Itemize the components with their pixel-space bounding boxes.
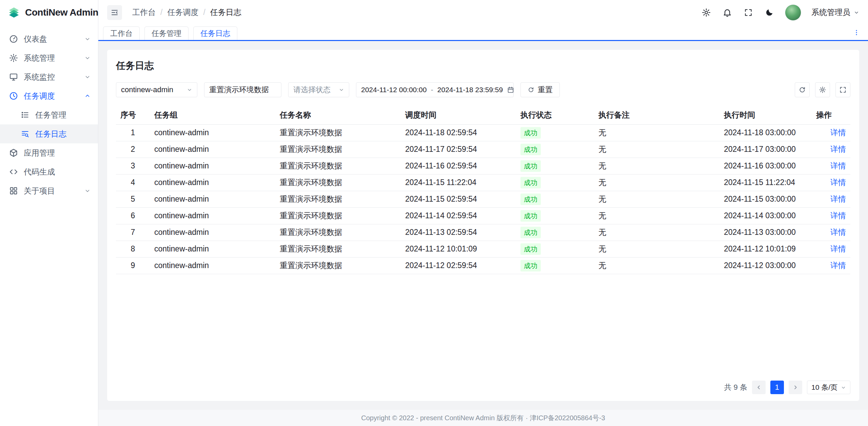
status-badge: 成功 bbox=[520, 177, 541, 188]
gear-icon bbox=[9, 53, 18, 63]
breadcrumb-item-current: 任务日志 bbox=[210, 7, 241, 18]
cell-exec-time: 2024-11-13 03:00:00 bbox=[719, 224, 812, 241]
cell-group: continew-admin bbox=[150, 174, 275, 191]
dark-mode-moon-icon[interactable] bbox=[764, 7, 775, 18]
chevron-up-icon bbox=[84, 93, 91, 99]
status-select[interactable]: 请选择状态 bbox=[288, 82, 349, 97]
cell-group: continew-admin bbox=[150, 158, 275, 174]
cell-status: 成功 bbox=[516, 141, 594, 158]
sidebar-item-system-management[interactable]: 系统管理 bbox=[0, 48, 98, 67]
sidebar-item-about-project[interactable]: 关于项目 bbox=[0, 181, 98, 200]
logo-icon bbox=[7, 6, 20, 19]
date-range-start: 2024-11-12 00:00:00 bbox=[361, 86, 427, 94]
table-row: 5 continew-admin 重置演示环境数据 2024-11-15 02:… bbox=[116, 191, 850, 207]
detail-link[interactable]: 详情 bbox=[830, 178, 846, 187]
refresh-table-button[interactable] bbox=[795, 82, 810, 97]
cell-actions: 详情 bbox=[812, 207, 850, 224]
task-log-card: 任务日志 continew-admin 请选择状态 bbox=[107, 50, 859, 401]
column-settings-button[interactable] bbox=[815, 82, 830, 97]
detail-link[interactable]: 详情 bbox=[830, 195, 846, 203]
cell-name: 重置演示环境数据 bbox=[275, 158, 401, 174]
job-group-select[interactable]: continew-admin bbox=[116, 82, 197, 97]
sidebar-item-label: 系统管理 bbox=[24, 53, 55, 63]
detail-link[interactable]: 详情 bbox=[830, 261, 846, 270]
table-row: 6 continew-admin 重置演示环境数据 2024-11-14 02:… bbox=[116, 207, 850, 224]
detail-link[interactable]: 详情 bbox=[830, 161, 846, 170]
table-row: 7 continew-admin 重置演示环境数据 2024-11-13 02:… bbox=[116, 224, 850, 241]
reset-button[interactable]: 重置 bbox=[520, 82, 560, 97]
column-header-actions: 操作 bbox=[812, 106, 850, 124]
notification-bell-icon[interactable] bbox=[722, 7, 733, 18]
sidebar-item-task-scheduling[interactable]: 任务调度 bbox=[0, 86, 98, 105]
cell-exec-time: 2024-11-15 03:00:00 bbox=[719, 191, 812, 207]
cell-exec-time: 2024-11-15 11:22:04 bbox=[719, 174, 812, 191]
cell-no: 2 bbox=[116, 141, 150, 158]
cell-group: continew-admin bbox=[150, 141, 275, 158]
user-menu[interactable]: 系统管理员 bbox=[811, 7, 859, 18]
user-avatar[interactable] bbox=[785, 4, 801, 21]
cell-no: 8 bbox=[116, 241, 150, 257]
sidebar-item-code-generation[interactable]: 代码生成 bbox=[0, 162, 98, 181]
cell-status: 成功 bbox=[516, 257, 594, 274]
cell-name: 重置演示环境数据 bbox=[275, 124, 401, 141]
tab-label: 工作台 bbox=[110, 28, 133, 39]
pagination: 共 9 条 1 10 条/页 bbox=[116, 374, 850, 394]
cell-remark: 无 bbox=[594, 224, 719, 241]
sidebar-item-app-management[interactable]: 应用管理 bbox=[0, 143, 98, 162]
app-logo[interactable]: ContiNew Admin bbox=[0, 0, 98, 25]
column-header-schedule-time: 调度时间 bbox=[401, 106, 516, 124]
fullscreen-icon[interactable] bbox=[743, 7, 754, 18]
job-name-input[interactable] bbox=[204, 82, 281, 97]
sidebar-menu: 仪表盘 系统管理 系统监控 bbox=[0, 25, 98, 200]
table-body: 1 continew-admin 重置演示环境数据 2024-11-18 02:… bbox=[116, 124, 850, 274]
tab-more-vertical-icon[interactable] bbox=[850, 26, 863, 39]
sidebar-item-task-management[interactable]: 任务管理 bbox=[0, 105, 98, 124]
cell-remark: 无 bbox=[594, 124, 719, 141]
chevron-down-icon bbox=[84, 74, 91, 80]
cell-actions: 详情 bbox=[812, 224, 850, 241]
cell-remark: 无 bbox=[594, 207, 719, 224]
monitor-icon bbox=[9, 72, 18, 82]
sidebar-item-system-monitor[interactable]: 系统监控 bbox=[0, 67, 98, 86]
pagination-next-button[interactable] bbox=[789, 381, 802, 394]
cell-no: 5 bbox=[116, 191, 150, 207]
column-header-remark: 执行备注 bbox=[594, 106, 719, 124]
detail-link[interactable]: 详情 bbox=[830, 244, 846, 253]
cell-exec-time: 2024-11-12 03:00:00 bbox=[719, 257, 812, 274]
content-area: 任务日志 continew-admin 请选择状态 bbox=[98, 41, 868, 410]
cell-schedule-time: 2024-11-18 02:59:54 bbox=[401, 124, 516, 141]
detail-link[interactable]: 详情 bbox=[830, 128, 846, 137]
detail-link[interactable]: 详情 bbox=[830, 145, 846, 154]
sidebar-collapse-button[interactable] bbox=[107, 5, 122, 20]
pagination-prev-button[interactable] bbox=[752, 381, 766, 394]
pagination-total: 共 9 条 bbox=[724, 382, 747, 392]
cell-status: 成功 bbox=[516, 124, 594, 141]
detail-link[interactable]: 详情 bbox=[830, 211, 846, 220]
date-range-picker[interactable]: 2024-11-12 00:00:00 - 2024-11-18 23:59:5… bbox=[356, 82, 514, 97]
breadcrumb-separator: / bbox=[160, 8, 162, 17]
page-size-select[interactable]: 10 条/页 bbox=[807, 381, 850, 394]
table-row: 8 continew-admin 重置演示环境数据 2024-11-12 10:… bbox=[116, 241, 850, 257]
breadcrumb-item[interactable]: 任务调度 bbox=[167, 7, 198, 18]
breadcrumb-item[interactable]: 工作台 bbox=[132, 7, 156, 18]
sidebar-item-label: 代码生成 bbox=[24, 167, 55, 177]
tabbar: 工作台 任务管理 任务日志 bbox=[98, 25, 868, 41]
sidebar-item-label: 关于项目 bbox=[24, 186, 55, 196]
tab-task-management[interactable]: 任务管理 bbox=[144, 26, 189, 40]
table-header-row: 序号 任务组 任务名称 调度时间 执行状态 执行备注 执行时间 操作 bbox=[116, 106, 850, 124]
tab-task-log[interactable]: 任务日志 bbox=[193, 26, 237, 40]
sidebar-item-dashboard[interactable]: 仪表盘 bbox=[0, 29, 98, 48]
tab-workbench[interactable]: 工作台 bbox=[103, 26, 140, 40]
detail-link[interactable]: 详情 bbox=[830, 228, 846, 237]
cell-schedule-time: 2024-11-15 02:59:54 bbox=[401, 191, 516, 207]
pagination-page-1[interactable]: 1 bbox=[770, 381, 784, 394]
reset-button-label: 重置 bbox=[538, 85, 553, 95]
status-badge: 成功 bbox=[520, 194, 541, 205]
breadcrumb-separator: / bbox=[203, 8, 205, 17]
expand-table-button[interactable] bbox=[835, 82, 850, 97]
sidebar-item-task-log[interactable]: 任务日志 bbox=[0, 124, 98, 143]
cell-actions: 详情 bbox=[812, 257, 850, 274]
settings-gear-icon[interactable] bbox=[701, 7, 712, 18]
menu-fold-icon bbox=[111, 8, 119, 17]
chevron-down-icon bbox=[84, 188, 91, 194]
